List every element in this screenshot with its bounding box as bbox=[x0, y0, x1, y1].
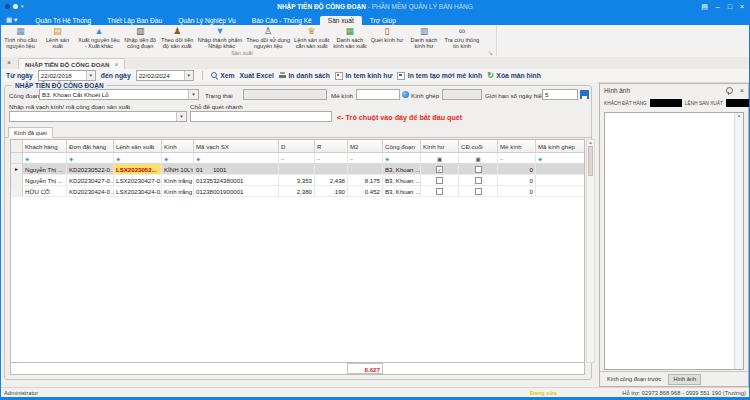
column-header[interactable]: R bbox=[315, 140, 348, 152]
cell[interactable]: LSX20230427-0... bbox=[114, 175, 162, 185]
cell[interactable]: 8.175 bbox=[348, 175, 383, 185]
checkbox[interactable] bbox=[475, 188, 482, 195]
cong-doan-combo[interactable]: B3. Khoan Cắt Khoét Lỗ ▼ bbox=[39, 89, 199, 100]
ribbon-button-5[interactable]: ▼Nhập thành phẩm - Nhập khác bbox=[196, 25, 244, 50]
menu-tab-2[interactable]: Quản Lý Nghiệp Vụ bbox=[170, 16, 244, 26]
chevron-down-icon[interactable]: ▼ bbox=[188, 90, 198, 99]
cell[interactable]: Kính trắng ... bbox=[162, 175, 194, 185]
grid-vertical-scrollbar[interactable]: ▲ bbox=[586, 139, 595, 363]
cell[interactable]: 0 bbox=[498, 175, 536, 185]
cell-checkbox[interactable] bbox=[459, 175, 498, 185]
lookup-icon[interactable] bbox=[402, 91, 409, 98]
filter-icon[interactable]: – bbox=[500, 156, 503, 162]
ribbon-button-0[interactable]: ▦Tính nhu cầu nguyên liệu bbox=[2, 25, 39, 50]
ribbon-button-3[interactable]: ▥Nhập tiến độ công đoạn bbox=[122, 25, 159, 50]
filter-icon[interactable]: ▣ bbox=[423, 155, 456, 163]
gioi-han-input[interactable]: 5 bbox=[542, 89, 578, 100]
filter-icon[interactable]: ▣ bbox=[461, 155, 495, 163]
tab-kinh-cong-doan-truoc[interactable]: Kính công đoạn trước bbox=[603, 375, 665, 384]
data-grid[interactable]: Khách hàngĐơn đặt hàngLệnh sản xuấtKínhM… bbox=[10, 139, 585, 363]
minimize-button[interactable]: – bbox=[716, 0, 720, 13]
tabbar-close-icon[interactable]: × bbox=[7, 58, 11, 68]
column-header[interactable]: Kính hư bbox=[421, 140, 459, 152]
grid-filter-row[interactable]: ◈◈◈◈◈–––◈▣▣–◈ bbox=[11, 153, 584, 164]
filter-icon[interactable]: – bbox=[350, 156, 353, 162]
filter-icon[interactable]: ◈ bbox=[69, 156, 73, 162]
column-header[interactable]: D bbox=[279, 140, 315, 152]
from-date-input[interactable]: 22/02/2018 ▼ bbox=[38, 70, 96, 81]
cell[interactable]: 3,353 bbox=[279, 175, 315, 185]
kinh-ghep-input[interactable] bbox=[442, 89, 482, 100]
checkbox[interactable] bbox=[436, 188, 443, 195]
qat-save-icon[interactable] bbox=[13, 4, 18, 9]
column-header[interactable]: Mẻ kính bbox=[498, 140, 536, 152]
filter-cell[interactable]: – bbox=[279, 153, 315, 163]
chevron-down-icon[interactable]: ▼ bbox=[176, 112, 186, 121]
filter-cell[interactable]: ◈ bbox=[23, 153, 67, 163]
chevron-down-icon[interactable]: ▼ bbox=[86, 71, 95, 80]
cell[interactable]: KÍNH 10LY bbox=[162, 164, 194, 174]
ribbon-button-6[interactable]: ♙Theo dõi sử dụng nguyên liệu bbox=[244, 25, 292, 50]
filter-cell[interactable]: – bbox=[315, 153, 348, 163]
cell[interactable]: 01 1001 bbox=[194, 164, 279, 174]
me-kinh-input[interactable] bbox=[356, 89, 400, 100]
column-header[interactable]: M2 bbox=[348, 140, 383, 152]
menu-tab-3[interactable]: Báo Cáo - Thống Kê bbox=[244, 16, 320, 26]
filter-icon[interactable]: ◈ bbox=[164, 156, 168, 162]
cell[interactable]: 2,380 bbox=[279, 186, 315, 196]
cell[interactable]: Nguyễn Thị ... bbox=[23, 175, 67, 185]
filter-cell[interactable]: ▣ bbox=[421, 153, 459, 163]
filter-icon[interactable]: ◈ bbox=[25, 156, 29, 162]
cell[interactable]: Nguyễn Thị ... bbox=[23, 164, 67, 174]
filter-cell[interactable]: ◈ bbox=[194, 153, 279, 163]
filter-cell[interactable]: ◈ bbox=[67, 153, 114, 163]
filter-cell[interactable]: ◈ bbox=[114, 153, 162, 163]
menu-tab-5[interactable]: Trợ Giúp bbox=[362, 16, 404, 26]
filter-cell[interactable]: ◈ bbox=[162, 153, 194, 163]
filter-icon[interactable]: ◈ bbox=[116, 156, 120, 162]
cell[interactable] bbox=[348, 164, 383, 174]
cell[interactable]: KD20230424-0... bbox=[67, 186, 114, 196]
export-excel-button[interactable]: Xuất Excel bbox=[240, 72, 274, 79]
ribbon-button-10[interactable]: ▥Danh sách kính hư bbox=[405, 25, 442, 50]
pin-icon[interactable] bbox=[726, 87, 733, 94]
filter-icon[interactable]: ◈ bbox=[196, 156, 200, 162]
cell[interactable]: 01335324380001 bbox=[194, 175, 279, 185]
cell-checkbox[interactable] bbox=[459, 164, 498, 174]
menu-tab-0[interactable]: Quản Trị Hệ Thống bbox=[27, 16, 99, 26]
save-icon[interactable] bbox=[580, 90, 589, 99]
cell[interactable]: B3, Khoan ... bbox=[383, 164, 421, 174]
quick-scan-input[interactable] bbox=[190, 111, 332, 122]
chevron-down-icon[interactable]: ▼ bbox=[184, 71, 193, 80]
column-header[interactable]: Mã vạch SX bbox=[194, 140, 279, 152]
filter-icon[interactable]: ◈ bbox=[385, 156, 389, 162]
ribbon-button-4[interactable]: ♟Theo dõi tiến độ sản xuất bbox=[159, 25, 196, 50]
print-broken-tag-button[interactable]: In tem kính hư bbox=[335, 72, 392, 80]
cell[interactable]: 0 bbox=[498, 186, 536, 196]
checkbox[interactable]: ✓ bbox=[436, 166, 443, 173]
menu-tab-4[interactable]: Sản xuất bbox=[320, 16, 362, 26]
cell[interactable]: 190 bbox=[315, 186, 348, 196]
ribbon-button-2[interactable]: ▲Xuất nguyên liệu - Xuất khác bbox=[76, 25, 122, 50]
checkbox[interactable] bbox=[436, 177, 443, 184]
cell[interactable]: 0 bbox=[498, 164, 536, 174]
cell[interactable]: 0.452 bbox=[348, 186, 383, 196]
cell-checkbox[interactable] bbox=[421, 175, 459, 185]
cell[interactable]: KD20230522-0... bbox=[67, 164, 114, 174]
to-date-input[interactable]: 22/02/2024 ▼ bbox=[136, 70, 194, 81]
maximize-button[interactable]: □ bbox=[728, 0, 732, 13]
scroll-up-icon[interactable]: ▲ bbox=[735, 113, 743, 118]
qat-customize-icon[interactable]: ▾ bbox=[21, 4, 24, 9]
table-row[interactable]: Nguyễn Thị ...KD20230427-0...LSX20230427… bbox=[11, 175, 584, 186]
close-icon[interactable]: × bbox=[740, 87, 744, 94]
close-button[interactable]: × bbox=[740, 0, 744, 13]
column-header[interactable]: CĐ.cuối bbox=[459, 140, 498, 152]
ribbon-button-1[interactable]: ▤Lệnh sản xuất bbox=[39, 25, 76, 50]
menu-tab-1[interactable]: Thiết Lập Ban Đầu bbox=[99, 16, 170, 26]
ribbon-button-9[interactable]: ▯Quét kính hư bbox=[368, 25, 405, 43]
print-new-batch-tag-button[interactable]: In tem tạo mới mẻ kính bbox=[397, 72, 482, 80]
column-header[interactable]: Mã kính ghép bbox=[536, 140, 585, 152]
trang-thai-input[interactable] bbox=[243, 89, 327, 100]
image-viewer[interactable]: ▲ bbox=[604, 112, 744, 370]
document-tab[interactable]: NHẬP TIẾN ĐỘ CÔNG ĐOẠN × bbox=[18, 58, 125, 69]
